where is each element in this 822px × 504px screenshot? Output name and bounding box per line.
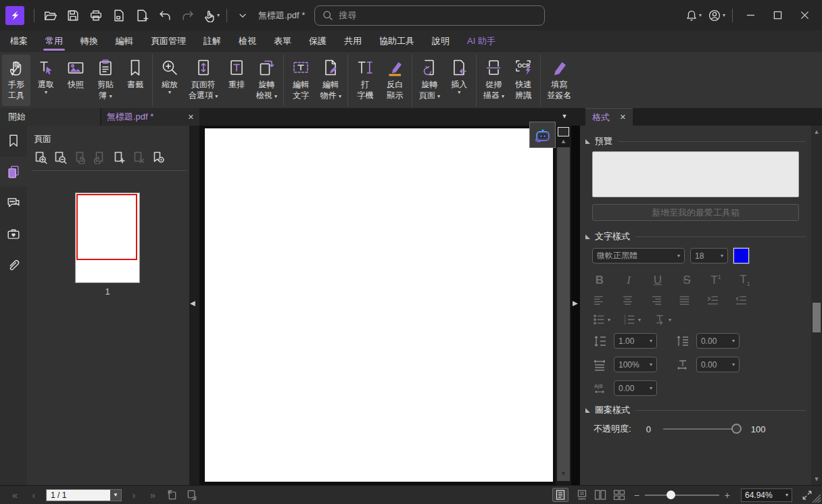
delete-page-button[interactable]	[130, 150, 147, 165]
horizontal-scale-select[interactable]: 100%▾	[614, 357, 657, 372]
quick-ocr-button[interactable]: OCR快速辨識	[509, 55, 537, 106]
rotate-pages-button[interactable]: 旋轉頁面 ▾	[415, 55, 443, 106]
page-fit-options-button[interactable]: 頁面符合選項 ▾	[185, 55, 221, 106]
paragraph-spacing-select[interactable]: 0.00▾	[696, 333, 740, 349]
snapshot-button[interactable]: 快照	[62, 55, 90, 106]
select-tool-button[interactable]: 選取▾	[32, 55, 60, 106]
thumb-zoom-in-button[interactable]	[32, 150, 49, 165]
text-style-section-header[interactable]: 文字樣式	[585, 230, 806, 243]
justify-button[interactable]	[679, 295, 690, 306]
bookmark-button[interactable]: 書籤	[121, 55, 149, 106]
edit-object-button[interactable]: 編輯物件 ▾	[316, 55, 345, 106]
scroll-up-icon[interactable]: ▲	[556, 138, 571, 145]
align-right-button[interactable]	[650, 295, 662, 306]
redo-button[interactable]	[176, 5, 199, 26]
menu-tab-轉換[interactable]: 轉換	[72, 30, 107, 52]
shape-style-section-header[interactable]: 圖案樣式	[585, 404, 806, 416]
scrollbar-track[interactable]: ▼	[557, 147, 570, 481]
search-input[interactable]	[339, 10, 537, 20]
scroll-up-icon[interactable]: ▲	[811, 128, 822, 135]
scrollbar-thumb[interactable]	[558, 127, 569, 136]
page-number-select[interactable]: 1 / 1 ▼	[46, 489, 122, 501]
bold-button[interactable]: B	[594, 274, 606, 287]
notifications-button[interactable]: ▾	[682, 5, 705, 26]
first-page-button[interactable]: «	[5, 489, 24, 501]
facing-view-button[interactable]	[594, 490, 606, 500]
continuous-view-button[interactable]	[577, 490, 587, 500]
font-color-swatch[interactable]	[733, 248, 749, 263]
bookmark-view-button[interactable]	[150, 150, 166, 165]
from-scanner-button[interactable]: 從掃描器 ▾	[479, 55, 508, 106]
scrollbar-thumb[interactable]	[813, 303, 821, 332]
insert-pages-button[interactable]: 插入▾	[445, 55, 473, 106]
scroll-options-icon[interactable]: ▼	[557, 109, 572, 123]
zoom-level-select[interactable]: 64.94%▾	[741, 488, 792, 502]
close-button[interactable]	[791, 4, 818, 27]
sidebar-toolbox-icon[interactable]	[0, 219, 27, 249]
superscript-button[interactable]: T1	[710, 274, 722, 287]
indent-decrease-button[interactable]	[735, 295, 747, 306]
align-center-button[interactable]	[622, 295, 633, 306]
tab-format-panel[interactable]: 格式 ✕	[585, 108, 633, 126]
menu-tab-頁面管理[interactable]: 頁面管理	[142, 30, 195, 52]
sidebar-comments-icon[interactable]	[0, 188, 27, 218]
thumb-zoom-out-button[interactable]	[52, 150, 68, 165]
reflow-button[interactable]: 重排	[222, 55, 251, 106]
preview-section-header[interactable]: 預覽	[585, 135, 806, 147]
menu-tab-註解[interactable]: 註解	[195, 30, 230, 52]
ai-assistant-button[interactable]	[529, 122, 556, 148]
menu-tab-保護[interactable]: 保護	[300, 30, 335, 52]
highlight-button[interactable]: 反白顯示	[381, 55, 409, 106]
fullscreen-icon[interactable]	[802, 490, 813, 501]
collapse-left-panel-icon[interactable]: ◀	[190, 299, 195, 307]
document-vertical-scrollbar[interactable]: ▲ ▼	[556, 126, 571, 485]
collapse-toolbar-icon[interactable]	[231, 5, 254, 26]
sidebar-attachments-icon[interactable]	[0, 250, 27, 280]
search-box[interactable]	[314, 5, 545, 26]
facing-continuous-view-button[interactable]	[613, 490, 625, 500]
zoom-in-button[interactable]: +	[725, 490, 730, 501]
tab-start-page[interactable]: 開始	[0, 108, 100, 126]
menu-tab-共用[interactable]: 共用	[335, 30, 370, 52]
open-folder-button[interactable]	[39, 5, 62, 26]
font-family-select[interactable]: 微軟正黑體▾	[592, 248, 685, 263]
expand-right-panel-icon[interactable]: ▶	[573, 299, 578, 307]
line-spacing-select[interactable]: 1.00▾	[614, 333, 657, 349]
kerning-select[interactable]: 0.00▾	[614, 380, 657, 396]
opacity-slider[interactable]	[663, 428, 742, 430]
previous-view-icon[interactable]	[166, 489, 178, 501]
viewport-indicator[interactable]	[76, 194, 137, 260]
indent-increase-button[interactable]	[707, 295, 719, 306]
new-page-button[interactable]	[111, 150, 127, 165]
close-icon[interactable]: ✕	[620, 113, 626, 122]
next-page-button[interactable]: ›	[124, 489, 143, 501]
sidebar-pages-icon[interactable]	[0, 157, 27, 186]
resize-grip[interactable]	[812, 494, 821, 503]
pdf-page[interactable]	[205, 128, 553, 482]
menu-tab-編輯[interactable]: 編輯	[107, 30, 142, 52]
scroll-down-icon[interactable]: ▼	[557, 470, 570, 477]
subscript-button[interactable]: T1	[739, 273, 751, 287]
zoom-out-button[interactable]: −	[634, 490, 639, 501]
add-to-favorites-button[interactable]: 新增至我的最愛工具箱	[592, 204, 799, 221]
close-icon[interactable]: ✕	[188, 113, 194, 122]
next-view-icon[interactable]	[186, 489, 197, 501]
fill-and-sign-button[interactable]: 填寫並簽名	[543, 55, 575, 106]
italic-button[interactable]: I	[623, 274, 635, 287]
text-direction-button[interactable]: ▾	[654, 314, 671, 325]
create-page-button[interactable]	[130, 5, 153, 26]
save-button[interactable]	[62, 5, 84, 26]
undo-button[interactable]	[153, 5, 176, 26]
scroll-down-icon[interactable]: ▼	[811, 476, 822, 482]
edit-text-button[interactable]: 編輯文字	[287, 55, 315, 106]
typewriter-button[interactable]: 打字機	[351, 55, 379, 106]
zoom-button[interactable]: 縮放▾	[155, 55, 184, 106]
maximize-button[interactable]	[764, 4, 791, 27]
panel-vertical-scrollbar[interactable]: ▲ ▼	[811, 126, 822, 485]
document-view-area[interactable]: ▲ ▼ ▶	[199, 126, 580, 485]
opacity-slider-thumb[interactable]	[731, 424, 742, 434]
rotate-left-button[interactable]	[72, 150, 88, 165]
strikethrough-button[interactable]: S	[681, 274, 693, 287]
menu-tab-檢視[interactable]: 檢視	[230, 30, 265, 52]
page-thumbnail[interactable]	[75, 193, 140, 283]
